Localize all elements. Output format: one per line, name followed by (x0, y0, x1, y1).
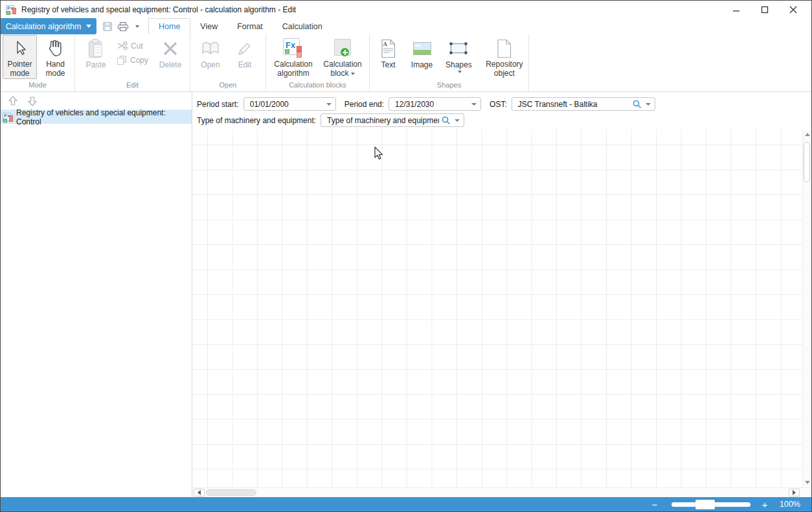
maximize-button[interactable] (750, 1, 779, 18)
period-start-combo[interactable]: 01/01/2000 (243, 97, 336, 111)
vertical-scrollbar-thumb[interactable] (804, 142, 810, 182)
qat-customize-button[interactable] (131, 20, 141, 33)
tab-format[interactable]: Format (227, 18, 273, 34)
open-button[interactable]: Open (196, 35, 225, 79)
status-bar: − + 100% (1, 497, 811, 511)
chevron-down-icon (455, 119, 460, 122)
chevron-down-icon (458, 71, 462, 73)
cut-copy-column: Cut Copy (117, 34, 148, 65)
save-button[interactable] (100, 20, 115, 33)
tab-view[interactable]: View (190, 18, 227, 34)
vertical-scrollbar[interactable] (802, 130, 811, 487)
machinery-type-combo[interactable]: Type of machinery and equipment (I (321, 113, 464, 127)
tree-item-registry[interactable]: Fx Registry of vehicles and special equi… (1, 110, 192, 124)
close-button[interactable] (779, 1, 807, 18)
print-icon (117, 21, 129, 32)
tab-home[interactable]: Home (148, 18, 190, 35)
delete-x-icon (162, 40, 179, 57)
mouse-cursor-icon (372, 146, 384, 161)
group-label-edit: Edit (75, 80, 190, 91)
group-label-mode: Mode (1, 80, 74, 91)
search-icon[interactable] (633, 100, 642, 109)
zoom-in-button[interactable]: + (757, 497, 773, 511)
search-icon[interactable] (442, 116, 451, 125)
hand-mode-button[interactable]: Hand mode (38, 35, 73, 79)
chevron-down-icon (326, 103, 332, 106)
maximize-icon (761, 6, 769, 14)
scroll-left-button[interactable] (194, 489, 205, 496)
calculation-block-button[interactable]: Calculation block (319, 35, 366, 79)
cut-button[interactable]: Cut (117, 41, 148, 51)
tree-item-label: Registry of vehicles and special equipme… (16, 108, 192, 126)
ribbon-group-shapes: A Text Image (370, 34, 529, 91)
scissors-icon (117, 41, 128, 51)
minimize-button[interactable] (722, 1, 750, 18)
repository-object-button[interactable]: Repository object (480, 35, 528, 79)
arrow-up-icon (7, 95, 19, 108)
shapes-button[interactable]: Shapes (442, 35, 475, 79)
group-label-calculation-blocks: Calculation blocks (266, 80, 369, 91)
calculation-algorithm-button[interactable]: Fx Calculation algorithm (270, 35, 317, 79)
scroll-right-icon (793, 490, 796, 495)
zoom-out-button[interactable]: − (647, 497, 662, 511)
pointer-mode-button[interactable]: Pointer mode (3, 35, 37, 79)
chevron-down-icon (471, 103, 477, 106)
scroll-right-button[interactable] (789, 489, 800, 496)
app-fx-icon: Fx (6, 5, 16, 15)
pointer-icon (12, 40, 28, 57)
window-title: Registry of vehicles and special equipme… (21, 5, 296, 14)
image-button[interactable]: Image (407, 35, 437, 79)
scroll-left-icon (197, 490, 201, 495)
scroll-down-icon (805, 481, 810, 484)
tab-calculation[interactable]: Calculation (273, 18, 332, 34)
ribbon-group-mode: Pointer mode Hand mode Mode (1, 34, 75, 91)
pencil-icon (236, 40, 253, 57)
edit-button[interactable]: Edit (231, 35, 259, 79)
zoom-slider-thumb[interactable] (695, 500, 715, 509)
app-window: Fx Registry of vehicles and special equi… (0, 0, 812, 512)
text-icon: A (381, 39, 396, 58)
quick-access-toolbar (96, 18, 143, 34)
ost-label: OST: (490, 100, 507, 109)
period-start-label: Period start: (197, 100, 239, 109)
calculation-algorithm-node-icon: Fx (3, 112, 13, 122)
period-end-combo[interactable]: 12/31/2030 (389, 97, 481, 111)
ost-combo[interactable]: JSC Transneft - Baltika (512, 97, 655, 111)
close-icon (789, 6, 797, 14)
design-canvas[interactable] (192, 130, 811, 487)
shapes-icon (448, 41, 469, 56)
paste-button[interactable]: Paste (82, 35, 110, 79)
group-label-open: Open (190, 80, 265, 91)
image-icon (412, 41, 433, 56)
chevron-down-icon (86, 25, 91, 28)
text-button[interactable]: A Text (375, 35, 401, 79)
arrow-down-icon (27, 95, 38, 108)
app-menu-button[interactable]: Calculation algorithm (1, 18, 96, 34)
copy-button[interactable]: Copy (117, 55, 148, 65)
move-up-button[interactable] (7, 95, 19, 108)
horizontal-scrollbar[interactable] (192, 487, 811, 497)
ribbon-group-calculation-blocks: Fx Calculation algorithm (266, 34, 370, 91)
save-icon (102, 21, 113, 32)
calculation-algorithm-icon: Fx (283, 38, 304, 59)
repository-object-icon (497, 39, 512, 58)
machinery-type-label: Type of machinery and equipment: (197, 116, 316, 125)
ribbon: Pointer mode Hand mode Mode (1, 34, 811, 92)
algorithm-tree-panel: Fx Registry of vehicles and special equi… (1, 92, 192, 497)
chevron-down-icon (646, 103, 651, 106)
horizontal-scrollbar-thumb[interactable] (206, 489, 256, 496)
move-down-button[interactable] (27, 95, 38, 108)
title-bar: Fx Registry of vehicles and special equi… (1, 1, 811, 18)
chevron-down-icon (135, 25, 139, 28)
chevron-down-icon (351, 73, 355, 75)
parameters-panel: Period start: 01/01/2000 Period end: 12/… (192, 92, 811, 130)
delete-button[interactable]: Delete (155, 35, 186, 79)
group-label-shapes: Shapes (370, 80, 528, 91)
open-book-icon (201, 40, 220, 57)
hand-icon (47, 40, 64, 58)
print-button[interactable] (116, 20, 130, 33)
period-end-label: Period end: (344, 100, 384, 109)
zoom-level: 100% (780, 497, 800, 511)
editor-area: Period start: 01/01/2000 Period end: 12/… (192, 92, 811, 497)
app-menu-label: Calculation algorithm (6, 22, 82, 31)
